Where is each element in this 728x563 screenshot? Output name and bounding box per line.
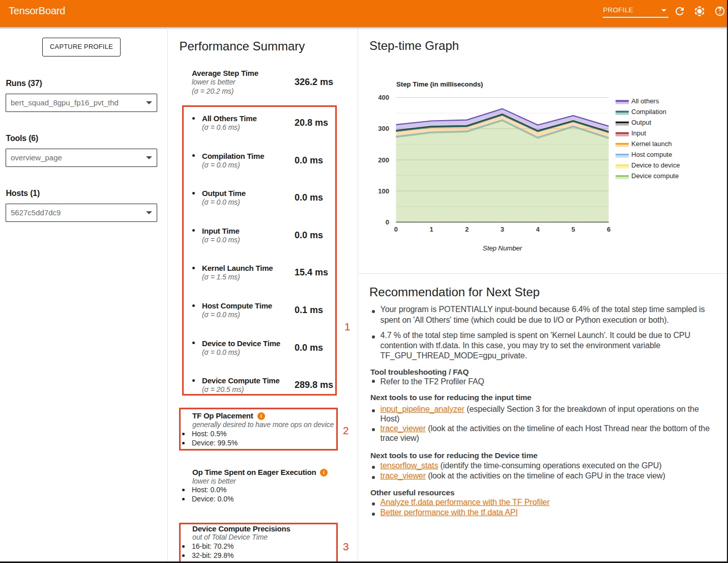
svg-text:Host compute: Host compute [631, 151, 672, 158]
svg-text:Input: Input [631, 129, 646, 137]
svg-text:0: 0 [394, 226, 398, 233]
svg-text:200: 200 [378, 156, 389, 164]
svg-text:0: 0 [386, 218, 389, 226]
svg-text:Device to device: Device to device [631, 161, 680, 169]
svg-text:100: 100 [378, 187, 389, 195]
svg-text:3: 3 [501, 226, 504, 233]
svg-text:300: 300 [378, 125, 389, 132]
svg-text:Step Number: Step Number [483, 244, 522, 252]
svg-text:5: 5 [571, 226, 575, 233]
svg-text:Output: Output [631, 119, 651, 126]
svg-text:Device compute: Device compute [631, 172, 679, 180]
svg-text:All others: All others [631, 97, 659, 105]
svg-text:Compilation: Compilation [631, 108, 666, 116]
svg-text:6: 6 [607, 226, 610, 233]
svg-text:2: 2 [465, 226, 469, 233]
svg-text:Step Time (in milliseconds): Step Time (in milliseconds) [396, 80, 483, 88]
svg-text:4: 4 [536, 226, 540, 233]
svg-text:1: 1 [429, 226, 433, 233]
svg-text:400: 400 [378, 94, 389, 101]
svg-text:Kernel launch: Kernel launch [631, 140, 672, 148]
